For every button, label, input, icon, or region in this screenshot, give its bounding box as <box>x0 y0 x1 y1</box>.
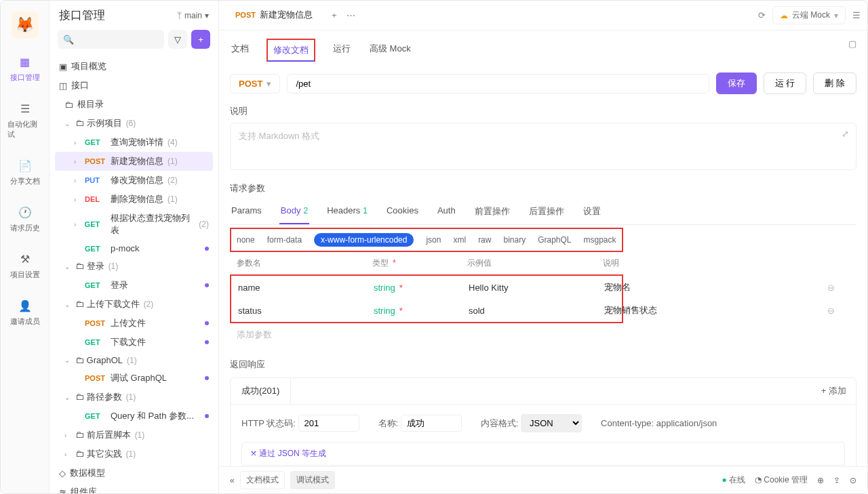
nav-api[interactable]: ▦接口管理 <box>5 51 45 85</box>
tree-api-item[interactable]: GET Query 和 Path 参数... <box>55 407 213 426</box>
nav-share[interactable]: 📄分享文档 <box>5 155 45 189</box>
nav-automation[interactable]: ☰自动化测试 <box>5 98 45 142</box>
body-type-option[interactable]: binary <box>503 235 526 245</box>
tree-data-model[interactable]: ◇ 数据模型 <box>55 464 213 482</box>
search-input[interactable]: 🔍 <box>58 30 164 49</box>
param-tab[interactable]: Headers1 <box>326 200 369 224</box>
sidebar: 接口管理 ᛘ main ▾ 🔍 ▽ + ▣ 项目概览 ◫ 接口 🗀 根目录 ⌄ … <box>50 1 219 493</box>
add-button[interactable]: + <box>191 30 210 49</box>
tree-folder[interactable]: › 🗀 其它实践 (1) <box>55 445 213 464</box>
body-types: noneform-datax-www-form-urlencodedjsonxm… <box>231 229 622 251</box>
delete-button[interactable]: 删 除 <box>813 73 856 94</box>
tree-folder[interactable]: ⌄ 🗀 上传下载文件 (2) <box>55 295 213 314</box>
tree-folder[interactable]: ⌄ 🗀 路径参数 (1) <box>55 388 213 407</box>
new-tab-button[interactable]: + <box>332 10 337 20</box>
more-tabs-button[interactable]: ⋯ <box>347 10 355 20</box>
param-row[interactable]: namestring*Hello Kitty宠物名⊖ <box>231 276 842 299</box>
main-content: POST 新建宠物信息 + ⋯ ⟳ ☁云端 Mock▾ ☰ 文档 修改文档 运行… <box>219 1 867 493</box>
menu-button[interactable]: ☰ <box>852 10 861 20</box>
response-tab[interactable]: 成功(201) <box>231 378 291 404</box>
tree-api-item[interactable]: ›GET 根据状态查找宠物列表 (2) <box>55 209 213 240</box>
status-code-input[interactable] <box>298 415 359 432</box>
method-select[interactable]: POST▾ <box>230 74 280 94</box>
subtab-run[interactable]: 运行 <box>332 39 352 62</box>
nav-settings[interactable]: ⚒项目设置 <box>5 248 45 283</box>
add-response[interactable]: + 添加 <box>812 385 856 397</box>
param-tab[interactable]: Params <box>230 200 263 224</box>
param-tab[interactable]: Auth <box>436 200 457 224</box>
tree-api-item[interactable]: ›DEL 删除宠物信息 (1) <box>55 190 213 209</box>
params-header: 参数名 类型* 示例值 说明 <box>230 252 856 274</box>
filter-button[interactable]: ▽ <box>168 30 187 49</box>
tab-bar: POST 新建宠物信息 + ⋯ ⟳ ☁云端 Mock▾ ☰ <box>219 1 867 30</box>
footer: « 文档模式 调试模式 ● 在线 ◔ Cookie 管理 ⊕ ⇪ ⊙ <box>219 466 867 493</box>
tree-api-root[interactable]: ◫ 接口 <box>55 76 213 95</box>
tree-folder[interactable]: ⌄ 🗀 示例项目 (6) <box>55 114 213 133</box>
param-row[interactable]: statusstring*sold宠物销售状态⊖ <box>231 299 842 322</box>
branch-selector[interactable]: ᛘ main ▾ <box>177 11 209 20</box>
tree-folder[interactable]: ⌄ 🗀 GraphOL (1) <box>55 352 213 369</box>
panel-toggle-icon[interactable]: ▢ <box>848 39 856 62</box>
tree-api-item[interactable]: ›POST 新建宠物信息 (1) <box>55 152 213 171</box>
body-type-option[interactable]: raw <box>478 235 491 245</box>
body-type-option[interactable]: form-data <box>267 235 302 245</box>
body-type-option[interactable]: GraphQL <box>538 235 571 245</box>
tree-folder[interactable]: › 🗀 前后置脚本 (1) <box>55 426 213 445</box>
settings-icon: ⚒ <box>17 251 33 267</box>
tree-overview[interactable]: ▣ 项目概览 <box>55 57 213 76</box>
footer-icon-3[interactable]: ⊙ <box>850 476 856 485</box>
save-button[interactable]: 保存 <box>716 73 757 94</box>
cookie-manager[interactable]: ◔ Cookie 管理 <box>755 474 808 486</box>
tree-api-item[interactable]: GET p-mock <box>55 240 213 257</box>
expand-icon[interactable]: ⤢ <box>842 129 849 139</box>
tree-root-dir[interactable]: 🗀 根目录 <box>55 95 213 114</box>
desc-label: 说明 <box>230 105 856 117</box>
tree-api-item[interactable]: ›GET 查询宠物详情 (4) <box>55 133 213 152</box>
param-tab[interactable]: Body2 <box>279 200 309 224</box>
tree-api-item[interactable]: ›PUT 修改宠物信息 (2) <box>55 171 213 190</box>
history-icon: 🕐 <box>17 204 33 220</box>
run-button[interactable]: 运 行 <box>764 73 807 94</box>
subtab-mock[interactable]: 高级 Mock <box>368 39 412 62</box>
refresh-button[interactable]: ⟳ <box>758 10 766 20</box>
tree-api-item[interactable]: POST 调试 GraphQL <box>55 369 213 388</box>
footer-icon-2[interactable]: ⇪ <box>833 476 840 485</box>
json-gen-button[interactable]: ⤧ 通过 JSON 等生成 <box>242 442 844 466</box>
mock-selector[interactable]: ☁云端 Mock▾ <box>772 6 846 24</box>
remove-param-button[interactable]: ⊖ <box>808 306 835 316</box>
body-type-option[interactable]: none <box>237 235 255 245</box>
format-select[interactable]: JSON <box>521 414 582 432</box>
url-input[interactable] <box>287 74 709 94</box>
sidebar-title: 接口管理 <box>59 7 105 23</box>
nav-invite[interactable]: 👤邀请成员 <box>5 295 45 329</box>
footer-icon-1[interactable]: ⊕ <box>817 476 824 485</box>
remove-param-button[interactable]: ⊖ <box>808 283 835 293</box>
left-nav: 🦊 ▦接口管理 ☰自动化测试 📄分享文档 🕐请求历史 ⚒项目设置 👤邀请成员 <box>1 1 50 493</box>
body-type-option[interactable]: json <box>426 235 441 245</box>
tree-api-item[interactable]: GET 下载文件 <box>55 333 213 352</box>
param-tab[interactable]: 设置 <box>582 200 602 224</box>
tab-api[interactable]: POST 新建宠物信息 <box>226 1 322 30</box>
tree-folder[interactable]: ⌄ 🗀 登录 (1) <box>55 257 213 276</box>
collapse-icon[interactable]: « <box>230 476 235 485</box>
doc-mode-button[interactable]: 文档模式 <box>240 471 285 489</box>
tree-api-item[interactable]: POST 上传文件 <box>55 314 213 333</box>
tree-components[interactable]: ≋ 组件库 <box>55 482 213 493</box>
subtab-doc[interactable]: 文档 <box>230 39 250 62</box>
param-tab[interactable]: 前置操作 <box>473 200 511 224</box>
body-type-option[interactable]: xml <box>453 235 466 245</box>
response-name-input[interactable] <box>401 415 462 432</box>
tree-api-item[interactable]: GET 登录 <box>55 276 213 295</box>
body-type-option[interactable]: msgpack <box>584 235 616 245</box>
api-tree: ▣ 项目概览 ◫ 接口 🗀 根目录 ⌄ 🗀 示例项目 (6)›GET 查询宠物详… <box>50 54 218 493</box>
nav-history[interactable]: 🕐请求历史 <box>5 201 45 236</box>
desc-input[interactable]: 支持 Markdown 格式 ⤢ <box>230 123 856 170</box>
add-param[interactable]: 添加参数 <box>230 323 856 346</box>
body-type-option[interactable]: x-www-form-urlencoded <box>314 233 414 247</box>
debug-mode-button[interactable]: 调试模式 <box>290 471 335 489</box>
subtab-edit[interactable]: 修改文档 <box>267 39 315 62</box>
sub-tabs: 文档 修改文档 运行 高级 Mock ▢ <box>230 30 856 70</box>
params-label: 请求参数 <box>230 182 856 194</box>
param-tab[interactable]: Cookies <box>385 200 420 224</box>
param-tab[interactable]: 后置操作 <box>528 200 566 224</box>
